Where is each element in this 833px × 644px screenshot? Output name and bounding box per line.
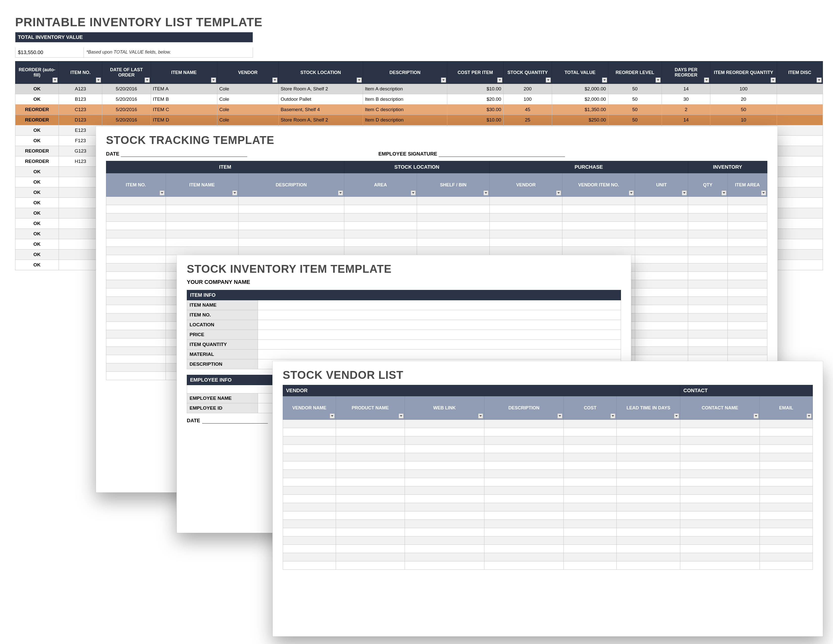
cell[interactable]: [106, 197, 166, 205]
cell[interactable]: Cole: [217, 94, 278, 105]
filter-icon[interactable]: [441, 77, 446, 82]
cell[interactable]: OK: [15, 167, 59, 177]
tcol-item-area[interactable]: ITEM AREA: [727, 173, 767, 197]
tcol-vendor[interactable]: VENDOR: [489, 173, 562, 197]
cell[interactable]: [617, 461, 680, 470]
cell[interactable]: [405, 478, 484, 486]
cell[interactable]: [680, 562, 760, 570]
cell[interactable]: [688, 297, 727, 305]
cell[interactable]: [635, 263, 688, 272]
cell[interactable]: [777, 167, 823, 177]
cell[interactable]: 200: [503, 84, 552, 94]
cell[interactable]: OK: [15, 125, 59, 135]
cell[interactable]: [727, 280, 767, 288]
cell[interactable]: 45: [503, 105, 552, 115]
cell[interactable]: [344, 238, 417, 247]
cell[interactable]: [405, 453, 484, 461]
cell[interactable]: 50: [608, 84, 662, 94]
cell[interactable]: [283, 470, 336, 478]
table-row[interactable]: [283, 511, 813, 520]
cell[interactable]: [688, 222, 727, 230]
cell[interactable]: Store Room A, Shelf 2: [278, 84, 363, 94]
cell[interactable]: [336, 503, 405, 511]
filter-icon[interactable]: [817, 77, 822, 82]
cell[interactable]: [680, 461, 760, 470]
table-row[interactable]: REORDERC1235/20/2016ITEM CColeBasement, …: [15, 105, 823, 115]
table-row[interactable]: [283, 553, 813, 562]
cell[interactable]: [564, 495, 617, 503]
cell[interactable]: [484, 470, 564, 478]
cell[interactable]: [727, 247, 767, 255]
cell[interactable]: [564, 503, 617, 511]
cell[interactable]: [635, 297, 688, 305]
cell[interactable]: [489, 205, 562, 213]
cell[interactable]: OK: [15, 219, 59, 229]
cell[interactable]: [336, 470, 405, 478]
cell[interactable]: [336, 486, 405, 495]
vcol-email[interactable]: EMAIL: [760, 396, 813, 420]
cell[interactable]: [484, 520, 564, 528]
filter-icon[interactable]: [629, 190, 634, 195]
table-row[interactable]: OKB1235/20/2016ITEM BColeOutdoor PalletI…: [15, 94, 823, 105]
tcol-description[interactable]: DESCRIPTION: [238, 173, 344, 197]
table-row[interactable]: [106, 238, 767, 247]
cell[interactable]: [760, 520, 813, 528]
cell[interactable]: [106, 297, 166, 305]
cell[interactable]: [680, 436, 760, 445]
cell[interactable]: [760, 536, 813, 545]
cell[interactable]: ITEM B: [151, 94, 217, 105]
cell[interactable]: [417, 222, 489, 230]
vcol-vendor-name[interactable]: VENDOR NAME: [283, 396, 336, 420]
cell[interactable]: [680, 453, 760, 461]
cell[interactable]: [688, 213, 727, 222]
cell[interactable]: 30: [662, 94, 710, 105]
cell[interactable]: [489, 230, 562, 238]
cell[interactable]: [727, 347, 767, 355]
cell[interactable]: 50: [710, 105, 777, 115]
cell[interactable]: E123: [59, 125, 102, 135]
filter-icon[interactable]: [497, 77, 502, 82]
field-input[interactable]: [258, 310, 621, 320]
cell[interactable]: [59, 260, 102, 270]
col-vendor[interactable]: VENDOR: [217, 61, 278, 84]
cell[interactable]: [336, 461, 405, 470]
cell[interactable]: [760, 553, 813, 562]
cell[interactable]: [777, 260, 823, 270]
cell[interactable]: [760, 470, 813, 478]
cell[interactable]: [617, 445, 680, 453]
cell[interactable]: [617, 495, 680, 503]
cell[interactable]: 10: [710, 115, 777, 125]
cell[interactable]: [760, 503, 813, 511]
cell[interactable]: Outdoor Pallet: [278, 94, 363, 105]
cell[interactable]: 5/20/2016: [102, 105, 151, 115]
table-row[interactable]: [283, 528, 813, 536]
cell[interactable]: [238, 197, 344, 205]
cell[interactable]: [238, 213, 344, 222]
cell[interactable]: [166, 197, 238, 205]
vcol-web-link[interactable]: WEB LINK: [405, 396, 484, 420]
filter-icon[interactable]: [330, 414, 335, 419]
cell[interactable]: [564, 553, 617, 562]
cell[interactable]: OK: [15, 84, 59, 94]
cell[interactable]: [727, 255, 767, 263]
cell[interactable]: [106, 205, 166, 213]
filter-icon[interactable]: [96, 77, 101, 82]
cell[interactable]: [166, 238, 238, 247]
cell[interactable]: [777, 219, 823, 229]
filter-icon[interactable]: [761, 190, 766, 195]
cell[interactable]: $10.00: [447, 84, 503, 94]
cell[interactable]: [680, 495, 760, 503]
cell[interactable]: [59, 219, 102, 229]
cell[interactable]: [688, 197, 727, 205]
cell[interactable]: [688, 272, 727, 280]
cell[interactable]: [283, 478, 336, 486]
table-row[interactable]: [106, 213, 767, 222]
cell[interactable]: [760, 562, 813, 570]
cell[interactable]: [417, 213, 489, 222]
cell[interactable]: 14: [662, 84, 710, 94]
filter-icon[interactable]: [411, 190, 416, 195]
col-item-reorder-qty[interactable]: ITEM REORDER QUANTITY: [710, 61, 777, 84]
cell[interactable]: [635, 197, 688, 205]
cell[interactable]: $10.00: [447, 115, 503, 125]
cell[interactable]: H123: [59, 156, 102, 167]
